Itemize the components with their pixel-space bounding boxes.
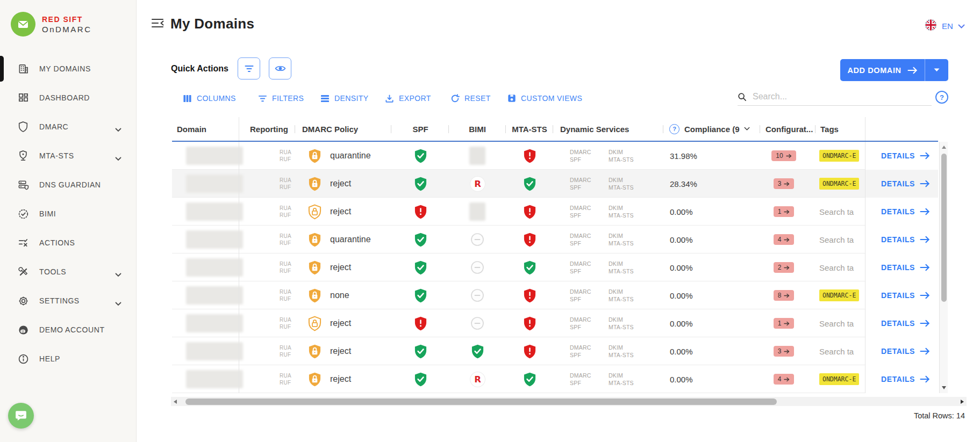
mta-sts-status — [522, 337, 537, 365]
configurations-badge[interactable]: 8 — [774, 290, 795, 301]
tag-search-placeholder[interactable]: Search ta — [819, 347, 854, 356]
sidebar-item-dmarc[interactable]: DMARC — [0, 115, 136, 139]
configurations-badge[interactable]: 1 — [774, 206, 795, 217]
tags-cell[interactable]: Search ta — [819, 337, 865, 365]
vertical-scrollbar[interactable] — [939, 142, 948, 393]
bimi-pass-shield-icon — [470, 344, 485, 359]
sidebar-item-dashboard[interactable]: DASHBOARD — [0, 86, 136, 110]
export-icon — [385, 94, 394, 103]
tag-badge[interactable]: ONDMARC-E — [819, 150, 859, 162]
sidebar-item-help[interactable]: HELP — [0, 347, 136, 371]
sidebar-item-bimi[interactable]: BIMI — [0, 202, 136, 226]
table-row[interactable]: RUARUFrejectRDMARCSPFDKIMMTA-STS0.00%4ON… — [172, 365, 938, 393]
compliance-value: 0.00% — [670, 365, 693, 393]
mta-sts-pass-shield-icon — [523, 176, 537, 192]
sidebar-item-settings[interactable]: SETTINGS — [0, 289, 136, 313]
configurations-badge[interactable]: 4 — [774, 374, 795, 385]
quick-view-button[interactable] — [269, 57, 291, 79]
details-link[interactable]: DETAILS — [865, 253, 938, 281]
chat-launcher-button[interactable] — [8, 403, 34, 429]
configurations-badge[interactable]: 3 — [774, 346, 795, 357]
reporting-cell: RUARUF — [280, 337, 291, 365]
table-row[interactable]: RUARUFrejectDMARCSPFDKIMMTA-STS0.00%1Sea… — [172, 309, 938, 337]
domain-redacted — [186, 202, 243, 221]
details-link[interactable]: DETAILS — [865, 281, 938, 309]
tags-cell[interactable]: ONDMARC-E — [819, 142, 865, 170]
quick-filter-button[interactable] — [238, 57, 260, 79]
configurations-cell: 4 — [764, 365, 803, 393]
sort-chevron-icon[interactable] — [744, 127, 750, 131]
tag-search-placeholder[interactable]: Search ta — [819, 235, 854, 244]
configurations-badge[interactable]: 4 — [774, 234, 795, 245]
col-header-configurations: Configurat... — [766, 117, 813, 141]
horizontal-scrollbar[interactable] — [171, 397, 967, 406]
details-link[interactable]: DETAILS — [865, 170, 938, 198]
columns-button[interactable]: COLUMNS — [183, 90, 236, 106]
custom-views-button[interactable]: CUSTOM VIEWS — [507, 90, 582, 106]
scroll-up-arrow[interactable] — [942, 146, 946, 149]
configurations-badge[interactable]: 2 — [774, 262, 795, 273]
density-button[interactable]: DENSITY — [320, 90, 368, 106]
arrow-right-icon — [920, 292, 930, 299]
col-header-dynamic-services: Dynamic Services — [560, 117, 629, 141]
scroll-left-arrow[interactable] — [174, 400, 177, 404]
horizontal-scrollbar-thumb[interactable] — [185, 398, 777, 405]
spf-fail-shield-icon — [413, 316, 428, 331]
sidebar-item-my-domains[interactable]: MY DOMAINS — [0, 57, 136, 81]
details-link[interactable]: DETAILS — [865, 365, 938, 393]
buildings-icon — [17, 62, 30, 75]
language-selector[interactable]: EN — [925, 19, 965, 33]
dynamic-services-cell: DMARCSPFDKIMMTA-STS — [570, 226, 634, 253]
col-header-dmarc-policy: DMARC Policy — [302, 117, 358, 141]
filters-button[interactable]: FILTERS — [258, 90, 304, 106]
table-row[interactable]: RUARUFrejectDMARCSPFDKIMMTA-STS0.00%1Sea… — [172, 198, 938, 226]
tag-search-placeholder[interactable]: Search ta — [819, 207, 854, 216]
search-field[interactable] — [738, 88, 932, 106]
scroll-right-arrow[interactable] — [961, 400, 964, 404]
collapse-sidebar-icon[interactable] — [151, 18, 165, 31]
sidebar-item-tools[interactable]: TOOLS — [0, 260, 136, 284]
table-row[interactable]: RUARUFrejectRDMARCSPFDKIMMTA-STS28.34%3O… — [172, 170, 938, 198]
sidebar-item-actions[interactable]: ACTIONS — [0, 231, 136, 255]
details-link[interactable]: DETAILS — [865, 198, 938, 226]
tags-cell[interactable]: ONDMARC-E — [819, 281, 865, 309]
table-row[interactable]: RUARUFrejectDMARCSPFDKIMMTA-STS0.00%3Sea… — [172, 337, 938, 365]
tag-badge[interactable]: ONDMARC-E — [819, 373, 859, 385]
configurations-cell: 8 — [764, 281, 803, 309]
details-link[interactable]: DETAILS — [865, 142, 938, 170]
table-row[interactable]: RUARUFnoneDMARCSPFDKIMMTA-STS0.00%8ONDMA… — [172, 281, 938, 309]
sidebar-item-mta-sts[interactable]: MTA-STS — [0, 144, 136, 168]
tags-cell[interactable]: ONDMARC-E — [819, 170, 865, 198]
export-button[interactable]: EXPORT — [385, 90, 431, 106]
tag-search-placeholder[interactable]: Search ta — [819, 263, 854, 272]
table-row[interactable]: RUARUFquarantineDMARCSPFDKIMMTA-STS31.98… — [172, 142, 938, 170]
details-link[interactable]: DETAILS — [865, 337, 938, 365]
help-icon[interactable]: ? — [935, 91, 948, 104]
sidebar-item-dns-guardian[interactable]: DNS GUARDIAN — [0, 173, 136, 197]
configurations-badge[interactable]: 10 — [771, 150, 796, 161]
vertical-scrollbar-thumb[interactable] — [941, 154, 947, 302]
tags-cell[interactable]: ONDMARC-E — [819, 365, 865, 393]
details-link[interactable]: DETAILS — [865, 226, 938, 253]
table-row[interactable]: RUARUFquarantineDMARCSPFDKIMMTA-STS0.00%… — [172, 226, 938, 253]
details-link[interactable]: DETAILS — [865, 309, 938, 337]
add-domain-button[interactable]: ADD DOMAIN — [840, 59, 948, 81]
tag-search-placeholder[interactable]: Search ta — [819, 319, 854, 328]
compliance-help-icon[interactable]: ? — [669, 124, 679, 134]
configurations-badge[interactable]: 3 — [774, 178, 795, 189]
configurations-badge[interactable]: 1 — [774, 318, 795, 329]
chevron-down-icon — [115, 299, 121, 308]
tags-cell[interactable]: Search ta — [819, 309, 865, 337]
tags-cell[interactable]: Search ta — [819, 198, 865, 226]
tag-badge[interactable]: ONDMARC-E — [819, 289, 859, 301]
reset-button[interactable]: RESET — [450, 90, 491, 106]
scroll-down-arrow[interactable] — [942, 386, 946, 389]
table-row[interactable]: RUARUFrejectDMARCSPFDKIMMTA-STS0.00%2Sea… — [172, 253, 938, 281]
tags-cell[interactable]: Search ta — [819, 226, 865, 253]
tag-badge[interactable]: ONDMARC-E — [819, 178, 859, 190]
toolbar-button-label: DENSITY — [334, 94, 368, 103]
add-domain-dropdown[interactable] — [925, 68, 948, 72]
sidebar-item-demo-account[interactable]: DEMO ACCOUNT — [0, 318, 136, 342]
search-input[interactable] — [752, 91, 915, 102]
tags-cell[interactable]: Search ta — [819, 253, 865, 281]
